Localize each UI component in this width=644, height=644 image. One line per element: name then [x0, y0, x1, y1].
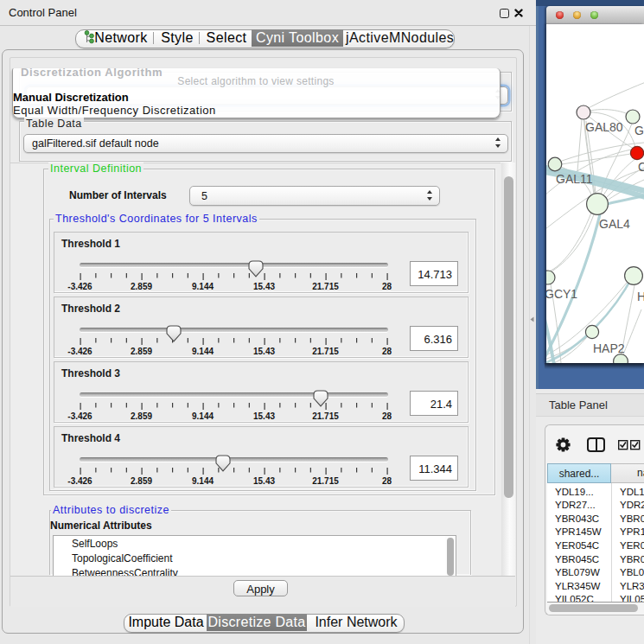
svg-text:GCY1: GCY1 [546, 287, 577, 301]
svg-text:GAL11: GAL11 [556, 172, 593, 186]
svg-text:H: H [637, 290, 644, 303]
svg-text:HAP2: HAP2 [593, 341, 625, 355]
svg-text:GAL4: GAL4 [599, 217, 630, 231]
svg-text:GAL80: GAL80 [585, 120, 623, 134]
svg-text:C: C [638, 160, 644, 174]
svg-text:G: G [634, 124, 644, 137]
